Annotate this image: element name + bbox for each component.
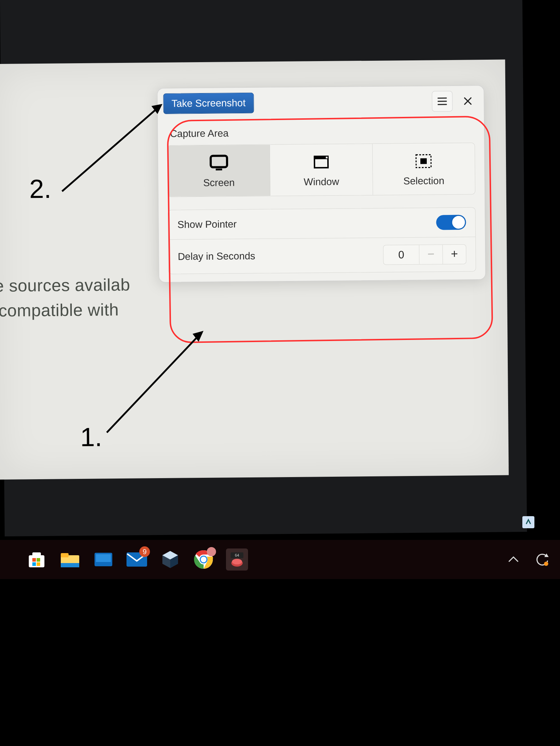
capture-window-option[interactable]: Window [270,144,373,196]
background-text: he sources availab y compatible with [0,272,130,323]
vm-tray-fragment [522,512,554,533]
capture-selection-label: Selection [403,175,444,187]
switch-knob [452,216,465,229]
svg-rect-4 [326,157,328,158]
capture-window-label: Window [304,176,339,188]
take-screenshot-button[interactable]: Take Screenshot [163,93,254,114]
capture-screen-label: Screen [203,177,235,189]
show-pointer-label: Show Pointer [177,217,436,230]
hamburger-menu-button[interactable] [432,91,453,112]
close-icon [464,97,472,105]
close-button[interactable] [457,91,478,112]
hamburger-icon [437,97,447,105]
screenshot-dialog: Take Screenshot Capture Area Screen [157,85,486,282]
svg-rect-6 [420,158,427,164]
svg-rect-19 [61,553,69,557]
taskbar-file-explorer-icon[interactable] [59,548,81,571]
svg-rect-22 [96,554,111,562]
show-pointer-row: Show Pointer [168,207,475,240]
svg-rect-16 [32,562,36,566]
delay-spinbutton: 0 − + [383,244,466,265]
tray-sync-icon[interactable] [534,552,549,567]
svg-rect-0 [211,156,227,167]
screen-icon [208,154,229,172]
svg-rect-14 [32,558,36,562]
show-pointer-switch[interactable] [436,215,466,230]
monitor-surface: he sources availab y compatible with Tak… [0,0,527,536]
selection-icon [413,152,434,170]
taskbar-microsoft-store-icon[interactable] [26,548,48,571]
svg-point-35 [544,562,548,566]
photo-black-area [0,579,560,746]
annotation-label-1: 1. [80,422,102,453]
taskbar-mail-icon[interactable]: 9 [126,548,148,571]
svg-rect-13 [32,552,41,556]
capture-screen-option[interactable]: Screen [168,145,271,197]
svg-rect-11 [522,516,534,528]
mail-badge: 9 [139,546,150,557]
taskbar-settings-icon[interactable] [92,548,114,571]
tray-chevron-up-icon[interactable] [508,556,519,563]
svg-point-33 [232,559,242,564]
dialog-titlebar: Take Screenshot [157,86,484,118]
capture-selection-option[interactable]: Selection [372,143,475,195]
taskbar-chrome-icon[interactable] [193,548,215,571]
delay-row: Delay in Seconds 0 − + [168,237,476,274]
vm-tray-icon [522,516,534,528]
delay-label: Delay in Seconds [178,249,383,263]
chrome-profile-avatar [207,547,216,556]
delay-decrement-button[interactable]: − [419,245,442,264]
svg-rect-15 [37,558,40,562]
svg-text:64: 64 [235,553,239,557]
window-icon [311,153,332,171]
svg-rect-20 [61,563,79,567]
svg-point-29 [201,557,206,562]
options-box: Show Pointer Delay in Seconds 0 − + [168,207,476,274]
delay-increment-button[interactable]: + [442,245,466,264]
windows-taskbar: 9 64 [0,540,560,579]
taskbar-tray [508,552,549,567]
delay-value[interactable]: 0 [383,245,419,265]
capture-area-label: Capture Area [158,115,484,145]
annotation-label-2: 2. [29,174,51,204]
svg-rect-17 [37,562,40,566]
capture-area-options: Screen Window Selection [167,142,475,197]
svg-rect-3 [315,159,327,167]
taskbar-vm-window-icon[interactable]: 64 [226,548,248,571]
taskbar-virtualbox-icon[interactable] [159,548,181,571]
svg-rect-1 [216,169,222,171]
